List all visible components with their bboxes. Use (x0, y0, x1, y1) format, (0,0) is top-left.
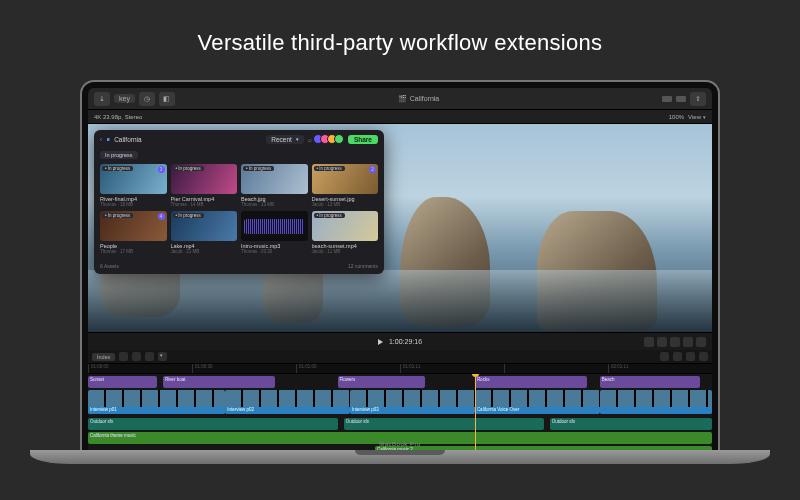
index-button[interactable]: Index (92, 353, 115, 361)
clip[interactable]: River boat (163, 376, 275, 388)
asset-card[interactable]: • In progressLake.mp4Jacob · 21 MB (171, 211, 238, 254)
clip[interactable]: Outdoor sfx (88, 418, 338, 430)
clip[interactable]: Sunset (88, 376, 157, 388)
clip-appearance[interactable] (119, 352, 128, 361)
app-window: ⤓ key ◷ ◧ 🎬 California ⇪ 4K 23.98p, Ster… (88, 88, 712, 450)
clip[interactable]: Outdoor sfx (550, 418, 712, 430)
back-button[interactable]: ‹ (100, 136, 102, 143)
app-toolbar: ⤓ key ◷ ◧ 🎬 California ⇪ (88, 88, 712, 110)
comment-count: 12 comments (348, 263, 378, 269)
solo-toggle[interactable] (699, 352, 708, 361)
film-icon: 🎬 (398, 95, 407, 103)
scope-button[interactable] (644, 337, 654, 347)
snap-toggle[interactable] (660, 352, 669, 361)
import-button[interactable]: ⤓ (94, 92, 110, 106)
tool-menu[interactable] (158, 352, 167, 361)
search-icon[interactable]: ⌕ (308, 136, 312, 143)
view-menu[interactable]: View (688, 114, 706, 120)
layout-toggle-b[interactable] (676, 96, 686, 102)
playback-bar: 1:00:29:16 (88, 332, 712, 350)
color-button[interactable] (657, 337, 667, 347)
ext-project-name: California (114, 136, 141, 143)
keyword-button[interactable]: key (114, 94, 135, 103)
playhead[interactable] (475, 374, 476, 450)
asset-card[interactable]: • In progressbeach-sunset.mp4Jacob · 11 … (312, 211, 379, 254)
clip[interactable]: Beach (600, 376, 700, 388)
viewer[interactable]: ‹ ∎ California Recent ⌕ Share In progres… (88, 124, 712, 332)
asset-count: 6 Assets (100, 263, 119, 269)
asset-card[interactable]: • In progressPier Carnival.mp4Thomas · 1… (171, 164, 238, 207)
collaborator-avatars[interactable] (316, 134, 344, 144)
folder-icon: ∎ (106, 135, 110, 143)
clip[interactable]: Rocks (475, 376, 587, 388)
laptop-frame: ⤓ key ◷ ◧ 🎬 California ⇪ 4K 23.98p, Ster… (80, 80, 720, 464)
asset-card[interactable]: • In progressBeach.jpgThomas · 13 MB (241, 164, 308, 207)
asset-card[interactable]: • In progress4PeopleThomas · 17 MB (100, 211, 167, 254)
timecode-display: 1:00:29:16 (389, 338, 422, 345)
device-label: MacBook Pro (30, 441, 770, 447)
clip[interactable] (600, 390, 712, 414)
hero-title: Versatile third-party workflow extension… (0, 0, 800, 56)
bg-task-button[interactable]: ◷ (139, 92, 155, 106)
zoom-level[interactable]: 100% (669, 114, 684, 120)
layout-toggle-a[interactable] (662, 96, 672, 102)
clip[interactable]: Outdoor sfx (344, 418, 544, 430)
clip[interactable]: Interview p03 (350, 390, 475, 414)
laptop-base: MacBook Pro (30, 450, 770, 464)
zoom-tool[interactable] (132, 352, 141, 361)
clip[interactable]: California Voice Over (475, 390, 600, 414)
info-bar: 4K 23.98p, Stereo 100% View (88, 110, 712, 124)
clip[interactable]: Interview p01 (88, 390, 225, 414)
share-button[interactable]: ⇪ (690, 92, 706, 106)
audio-button[interactable] (670, 337, 680, 347)
clip[interactable]: Interview p02 (225, 390, 350, 414)
format-info: 4K 23.98p, Stereo (94, 114, 142, 120)
project-name-label: California (410, 95, 440, 102)
asset-card[interactable]: • In progress3River-final.mp4Thomas · 18… (100, 164, 167, 207)
play-button[interactable] (378, 339, 383, 345)
extensions-button[interactable]: ◧ (159, 92, 175, 106)
ext-footer: 6 Assets 12 comments (94, 260, 384, 274)
extension-panel: ‹ ∎ California Recent ⌕ Share In progres… (94, 130, 384, 274)
skimming-toggle[interactable] (673, 352, 682, 361)
timeline-ruler[interactable]: 01:00:0001:00:3001:01:0001:01:1102:01:11 (88, 364, 712, 374)
asset-card[interactable]: Intro-music.mp3Thomas · 03:30 (241, 211, 308, 254)
timeline-toolbar: Index (88, 350, 712, 364)
timeline-tracks[interactable]: SunsetRiver boatFlowersRocksBeach Interv… (88, 374, 712, 450)
asset-grid: • In progress3River-final.mp4Thomas · 18… (94, 164, 384, 260)
asset-card[interactable]: • In progress2Desert-sunset.jpgJacob · 1… (312, 164, 379, 207)
retime-button[interactable] (696, 337, 706, 347)
sort-dropdown[interactable]: Recent (266, 135, 304, 144)
audio-skim-toggle[interactable] (686, 352, 695, 361)
filter-in-progress[interactable]: In progress (100, 151, 138, 159)
clip[interactable]: Flowers (338, 376, 425, 388)
share-button[interactable]: Share (348, 135, 378, 144)
project-title: 🎬 California (398, 95, 440, 103)
timeline[interactable]: Index 01:00:0001:00:3001:01:0001:01:1102… (88, 350, 712, 450)
tools-button[interactable] (683, 337, 693, 347)
tool-select[interactable] (145, 352, 154, 361)
